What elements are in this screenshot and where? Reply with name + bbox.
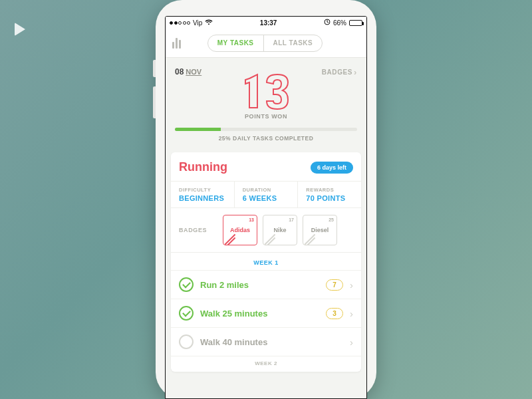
task-row[interactable]: Walk 40 minutes ›: [171, 327, 361, 356]
task-name: Walk 40 minutes: [200, 337, 319, 347]
wifi-icon: [205, 19, 213, 27]
tab-all-tasks[interactable]: ALL TASKS: [263, 35, 323, 51]
signal-dots-icon: [170, 21, 190, 25]
status-bar: Vip 13:37 66%: [166, 17, 366, 29]
nav-bar: MY TASKS ALL TASKS: [166, 29, 366, 58]
progress-bar: [175, 128, 357, 131]
check-done-icon: [179, 277, 194, 292]
task-row[interactable]: Run 2 miles 7 ›: [171, 270, 361, 299]
task-row[interactable]: Walk 25 minutes 3 ›: [171, 299, 361, 327]
difficulty-value: BEGINNERS: [179, 194, 226, 202]
plan-title: Running: [179, 160, 227, 174]
week-1-label: WEEK 1: [171, 253, 361, 270]
task-name: Run 2 miles: [200, 280, 319, 290]
scroll-content[interactable]: 08NOV BADGES › POINTS WON: [166, 58, 366, 398]
duration-label: DURATION: [243, 187, 290, 193]
external-play-icon[interactable]: [15, 23, 25, 36]
menu-icon[interactable]: [172, 38, 181, 49]
badge-diesel[interactable]: 25 Diesel: [303, 215, 337, 245]
plan-meta-row: DIFFICULTY BEGINNERS DURATION 6 WEEKS RE…: [171, 181, 361, 208]
points-number: [175, 72, 357, 112]
phone-frame: Vip 13:37 66% MY TASKS ALL TASKS: [156, 0, 376, 399]
tab-my-tasks[interactable]: MY TASKS: [208, 35, 263, 51]
chevron-right-icon: ›: [350, 336, 353, 348]
task-points-pill: 7: [326, 279, 343, 291]
rotation-lock-icon: [324, 19, 331, 27]
battery-percent: 66%: [333, 19, 346, 27]
week-2-label: WEEK 2: [171, 356, 361, 368]
carrier-label: Vip: [193, 19, 202, 27]
chevron-right-icon: ›: [350, 308, 353, 319]
chevron-right-icon: ›: [354, 67, 357, 77]
chevron-right-icon: ›: [350, 279, 353, 291]
battery-icon: [349, 20, 362, 26]
badges-label: BADGES: [179, 227, 217, 233]
badge-adidas[interactable]: 13 Adidas: [223, 215, 257, 245]
summary-section: 08NOV BADGES › POINTS WON: [166, 58, 366, 148]
progress-label: 25% DAILY TASKS COMPLETED: [175, 135, 357, 142]
screen: Vip 13:37 66% MY TASKS ALL TASKS: [165, 16, 367, 399]
badge-nike[interactable]: 17 Nike: [263, 215, 297, 245]
rewards-label: REWARDS: [306, 187, 353, 193]
duration-value: 6 WEEKS: [243, 194, 290, 202]
clock: 13:37: [260, 19, 277, 27]
task-points-pill: 3: [326, 308, 343, 319]
badges-link[interactable]: BADGES ›: [322, 67, 357, 77]
task-name: Walk 25 minutes: [200, 309, 319, 319]
points-label: POINTS WON: [175, 113, 357, 120]
check-done-icon: [179, 306, 194, 321]
check-empty-icon: [179, 334, 194, 349]
segmented-control: MY TASKS ALL TASKS: [207, 35, 323, 52]
badges-row: BADGES 13 Adidas 17 Nike 25 Diesel: [171, 208, 361, 253]
difficulty-label: DIFFICULTY: [179, 187, 226, 193]
days-left-pill: 6 days left: [311, 162, 353, 174]
plan-card: Running 6 days left DIFFICULTY BEGINNERS…: [171, 152, 361, 372]
date-label: 08NOV: [175, 67, 201, 76]
rewards-value: 70 POINTS: [306, 194, 353, 202]
